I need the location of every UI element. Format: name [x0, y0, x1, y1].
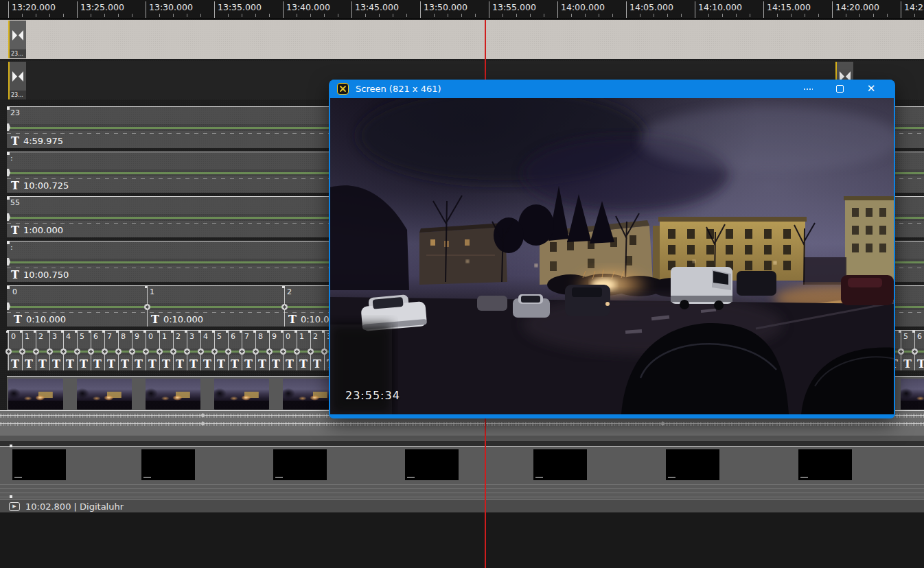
- digit-divider-knob[interactable]: [225, 348, 231, 355]
- video-thumbnail[interactable]: [8, 379, 63, 410]
- video-thumbnail[interactable]: [146, 379, 200, 410]
- digit-divider-knob[interactable]: [308, 348, 314, 355]
- digit-divider-knob[interactable]: [47, 348, 53, 355]
- ruler-time-label: 14:00.000: [561, 2, 605, 12]
- digit-divider-knob[interactable]: [60, 348, 67, 355]
- segment-label: 0: [12, 287, 17, 296]
- track-transition-a[interactable]: 23...: [0, 20, 924, 59]
- transition-bowtie-icon: [10, 21, 26, 49]
- ruler-minor-tick: [22, 14, 23, 17]
- digit-label: 0: [11, 332, 16, 341]
- digit-divider-ticks: [267, 331, 270, 333]
- digit-divider-knob[interactable]: [898, 348, 904, 355]
- digit-divider-knob[interactable]: [33, 348, 39, 355]
- black-video-frame[interactable]: [12, 449, 66, 480]
- ruler-minor-tick: [118, 14, 119, 17]
- text-clip-icon: T: [189, 359, 198, 369]
- timeline-ruler[interactable]: 13:20.00013:25.00013:30.00013:35.00013:4…: [0, 0, 924, 19]
- digit-divider-knob[interactable]: [253, 348, 259, 355]
- text-clip-icon: T: [903, 359, 912, 369]
- ruler-minor-tick: [173, 14, 174, 17]
- timeline-segment[interactable]: 1T0:10.000: [147, 286, 284, 327]
- segment-divider-knob[interactable]: [144, 304, 150, 310]
- digit-divider-knob[interactable]: [294, 348, 300, 355]
- digit-divider-knob[interactable]: [211, 348, 218, 355]
- digit-label: 8: [258, 332, 263, 341]
- clip-handle[interactable]: [7, 107, 10, 110]
- clip-handle[interactable]: [10, 495, 12, 498]
- text-clip-icon: T: [66, 359, 74, 369]
- digit-divider-knob[interactable]: [170, 348, 176, 355]
- digit-divider-knob[interactable]: [143, 348, 149, 355]
- black-video-frame[interactable]: [405, 449, 459, 480]
- digit-divider-knob[interactable]: [129, 348, 135, 355]
- video-preview-area: 23:55:34: [330, 98, 894, 414]
- digit-divider-knob[interactable]: [912, 348, 918, 355]
- digit-divider-knob[interactable]: [74, 348, 80, 355]
- digit-divider-knob[interactable]: [321, 348, 327, 355]
- digit-cell[interactable]: 6T: [914, 331, 924, 370]
- ruler-minor-tick: [736, 14, 737, 17]
- text-clip-icon: T: [80, 359, 88, 369]
- ruler-major-tick: [351, 1, 352, 18]
- text-clip-icon: T: [313, 359, 321, 369]
- segment-divider-knob[interactable]: [281, 304, 288, 310]
- frame-timestamp-smudge: [535, 477, 543, 478]
- media-clip-track[interactable]: ▶ 10:02.800 | Digitaluhr: [0, 446, 924, 512]
- clip-handle[interactable]: [7, 152, 10, 155]
- digit-divider-knob[interactable]: [198, 348, 204, 355]
- window-titlebar[interactable]: Screen (821 x 461) ✕: [330, 80, 894, 98]
- digit-divider-ticks: [102, 331, 105, 333]
- digit-divider-ticks: [240, 331, 242, 333]
- black-video-frame[interactable]: [273, 449, 327, 480]
- black-video-frame[interactable]: [666, 449, 719, 480]
- digit-divider-ticks: [253, 331, 256, 333]
- digit-divider-knob[interactable]: [102, 348, 108, 355]
- clip-handle[interactable]: [7, 241, 10, 244]
- ruler-minor-tick: [708, 14, 709, 17]
- ruler-minor-tick: [132, 14, 132, 17]
- maximize-button[interactable]: [824, 80, 855, 98]
- minimize-button[interactable]: [792, 80, 824, 98]
- text-clip-icon: T: [107, 359, 115, 369]
- black-video-frame[interactable]: [141, 449, 195, 480]
- digit-divider-ticks: [198, 331, 201, 333]
- black-video-frame[interactable]: [533, 449, 587, 480]
- video-thumbnail[interactable]: [214, 379, 269, 410]
- screen-preview-window[interactable]: Screen (821 x 461) ✕: [329, 80, 895, 418]
- black-video-frame[interactable]: [798, 449, 852, 480]
- clip-label: 23: [10, 108, 20, 117]
- timeline-segment[interactable]: 0T0:10.000: [10, 286, 147, 327]
- digit-divider-knob[interactable]: [19, 348, 25, 355]
- digit-divider-knob[interactable]: [266, 348, 273, 355]
- transition-clip[interactable]: 23...: [8, 21, 26, 58]
- digit-divider-knob[interactable]: [239, 348, 245, 355]
- ruler-minor-tick: [104, 14, 105, 17]
- ruler-major-tick: [695, 1, 695, 18]
- ruler-minor-tick: [516, 14, 517, 17]
- digit-label: 9: [272, 332, 277, 341]
- digit-divider-knob[interactable]: [115, 348, 122, 355]
- ruler-major-tick: [283, 1, 284, 18]
- waveform-channel-right: [0, 422, 924, 426]
- digit-divider-knob[interactable]: [88, 348, 94, 355]
- clip-handle[interactable]: [7, 197, 10, 200]
- ruler-time-label: 13:30.000: [149, 2, 193, 12]
- digit-divider-knob[interactable]: [157, 348, 163, 355]
- digit-divider-ticks: [226, 331, 229, 333]
- transition-clip[interactable]: 23...: [8, 62, 26, 99]
- ruler-minor-tick: [599, 14, 599, 17]
- digit-divider-knob[interactable]: [5, 348, 12, 355]
- clip-handle[interactable]: [10, 445, 12, 447]
- ruler-major-tick: [214, 1, 215, 18]
- text-clip-icon: T: [11, 137, 19, 146]
- digit-label: 7: [244, 332, 249, 341]
- close-button[interactable]: ✕: [855, 80, 887, 98]
- video-thumbnail[interactable]: [77, 379, 132, 410]
- video-thumbnail[interactable]: [901, 379, 924, 410]
- ruler-time-label: 13:25.000: [80, 2, 124, 12]
- digit-divider-knob[interactable]: [280, 348, 286, 355]
- text-clip-icon: T: [14, 315, 22, 324]
- digit-divider-knob[interactable]: [184, 348, 190, 355]
- ruler-minor-tick: [777, 14, 778, 17]
